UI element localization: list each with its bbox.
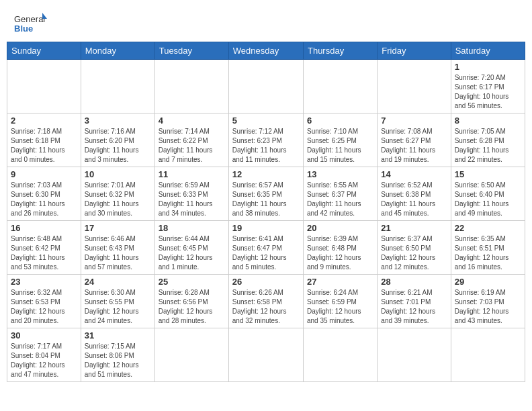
day-info: Sunrise: 6:32 AM Sunset: 6:53 PM Dayligh… [11,288,77,326]
weekday-header-sunday: Sunday [7,42,81,60]
day-cell: 31Sunrise: 7:15 AM Sunset: 8:06 PM Dayli… [81,328,154,382]
day-cell: 12Sunrise: 6:57 AM Sunset: 6:35 PM Dayli… [228,167,303,221]
weekday-header-tuesday: Tuesday [154,42,228,60]
day-info: Sunrise: 7:05 AM Sunset: 6:28 PM Dayligh… [455,127,521,165]
day-cell [228,60,303,113]
day-number: 20 [307,223,373,233]
day-cell: 23Sunrise: 6:32 AM Sunset: 6:53 PM Dayli… [7,275,81,328]
day-cell: 16Sunrise: 6:48 AM Sunset: 6:42 PM Dayli… [7,221,81,275]
day-number: 21 [381,223,447,233]
day-number: 9 [11,169,77,179]
day-cell: 8Sunrise: 7:05 AM Sunset: 6:28 PM Daylig… [451,113,525,167]
day-cell: 1Sunrise: 7:20 AM Sunset: 6:17 PM Daylig… [451,60,525,113]
day-number: 17 [85,223,151,233]
day-number: 11 [159,169,225,179]
weekday-header-wednesday: Wednesday [228,42,303,60]
generalblue-logo-icon: General Blue [13,12,47,38]
day-cell: 22Sunrise: 6:35 AM Sunset: 6:51 PM Dayli… [451,221,525,275]
day-info: Sunrise: 6:52 AM Sunset: 6:38 PM Dayligh… [381,181,447,218]
day-info: Sunrise: 7:01 AM Sunset: 6:32 PM Dayligh… [85,181,151,218]
day-cell [451,328,525,382]
day-info: Sunrise: 7:15 AM Sunset: 8:06 PM Dayligh… [85,342,151,379]
header: General Blue [7,7,525,42]
day-cell: 25Sunrise: 6:28 AM Sunset: 6:56 PM Dayli… [154,275,228,328]
week-row-0: 1Sunrise: 7:20 AM Sunset: 6:17 PM Daylig… [7,60,525,113]
day-number: 29 [455,277,521,287]
day-info: Sunrise: 6:28 AM Sunset: 6:56 PM Dayligh… [159,288,225,326]
day-number: 31 [85,330,151,340]
day-info: Sunrise: 7:10 AM Sunset: 6:25 PM Dayligh… [307,127,373,165]
week-row-3: 16Sunrise: 6:48 AM Sunset: 6:42 PM Dayli… [7,221,525,275]
day-info: Sunrise: 7:16 AM Sunset: 6:20 PM Dayligh… [85,127,151,165]
day-info: Sunrise: 6:59 AM Sunset: 6:33 PM Dayligh… [159,181,225,218]
day-cell: 14Sunrise: 6:52 AM Sunset: 6:38 PM Dayli… [378,167,451,221]
day-cell: 7Sunrise: 7:08 AM Sunset: 6:27 PM Daylig… [378,113,451,167]
day-info: Sunrise: 6:24 AM Sunset: 6:59 PM Dayligh… [307,288,373,326]
day-number: 2 [11,116,77,126]
day-cell [228,328,303,382]
day-info: Sunrise: 6:41 AM Sunset: 6:47 PM Dayligh… [232,234,300,272]
day-number: 16 [11,223,77,233]
day-cell: 9Sunrise: 7:03 AM Sunset: 6:30 PM Daylig… [7,167,81,221]
day-info: Sunrise: 6:37 AM Sunset: 6:50 PM Dayligh… [381,234,447,272]
week-row-1: 2Sunrise: 7:18 AM Sunset: 6:18 PM Daylig… [7,113,525,167]
day-cell: 29Sunrise: 6:19 AM Sunset: 7:03 PM Dayli… [451,275,525,328]
day-info: Sunrise: 7:18 AM Sunset: 6:18 PM Dayligh… [11,127,77,165]
svg-text:Blue: Blue [14,24,33,34]
day-number: 18 [159,223,225,233]
day-cell: 13Sunrise: 6:55 AM Sunset: 6:37 PM Dayli… [303,167,377,221]
day-cell: 15Sunrise: 6:50 AM Sunset: 6:40 PM Dayli… [451,167,525,221]
day-cell: 30Sunrise: 7:17 AM Sunset: 8:04 PM Dayli… [7,328,81,382]
day-number: 13 [307,169,373,179]
day-number: 22 [455,223,521,233]
day-number: 24 [85,277,151,287]
day-info: Sunrise: 7:14 AM Sunset: 6:22 PM Dayligh… [159,127,225,165]
weekday-header-row: SundayMondayTuesdayWednesdayThursdayFrid… [7,42,525,60]
day-info: Sunrise: 6:19 AM Sunset: 7:03 PM Dayligh… [455,288,521,326]
logo: General Blue [13,12,47,38]
day-cell: 6Sunrise: 7:10 AM Sunset: 6:25 PM Daylig… [303,113,377,167]
day-info: Sunrise: 7:12 AM Sunset: 6:23 PM Dayligh… [232,127,300,165]
day-info: Sunrise: 6:21 AM Sunset: 7:01 PM Dayligh… [381,288,447,326]
day-cell: 4Sunrise: 7:14 AM Sunset: 6:22 PM Daylig… [154,113,228,167]
day-info: Sunrise: 7:08 AM Sunset: 6:27 PM Dayligh… [381,127,447,165]
weekday-header-monday: Monday [81,42,154,60]
day-info: Sunrise: 7:03 AM Sunset: 6:30 PM Dayligh… [11,181,77,218]
day-cell [378,328,451,382]
day-cell: 24Sunrise: 6:30 AM Sunset: 6:55 PM Dayli… [81,275,154,328]
day-info: Sunrise: 6:26 AM Sunset: 6:58 PM Dayligh… [232,288,300,326]
day-number: 5 [232,116,300,126]
day-cell [378,60,451,113]
calendar-page: General Blue SundayMondayTuesdayWednesda… [0,0,532,389]
day-number: 15 [455,169,521,179]
day-cell: 2Sunrise: 7:18 AM Sunset: 6:18 PM Daylig… [7,113,81,167]
day-info: Sunrise: 6:46 AM Sunset: 6:43 PM Dayligh… [85,234,151,272]
day-number: 27 [307,277,373,287]
day-cell [154,60,228,113]
day-info: Sunrise: 6:55 AM Sunset: 6:37 PM Dayligh… [307,181,373,218]
day-number: 10 [85,169,151,179]
day-number: 28 [381,277,447,287]
day-info: Sunrise: 6:57 AM Sunset: 6:35 PM Dayligh… [232,181,300,218]
weekday-header-saturday: Saturday [451,42,525,60]
day-cell: 21Sunrise: 6:37 AM Sunset: 6:50 PM Dayli… [378,221,451,275]
day-info: Sunrise: 7:17 AM Sunset: 8:04 PM Dayligh… [11,342,77,379]
day-number: 6 [307,116,373,126]
day-info: Sunrise: 6:44 AM Sunset: 6:45 PM Dayligh… [159,234,225,272]
day-number: 3 [85,116,151,126]
day-number: 14 [381,169,447,179]
svg-text:General: General [14,14,45,24]
day-cell: 26Sunrise: 6:26 AM Sunset: 6:58 PM Dayli… [228,275,303,328]
day-info: Sunrise: 6:50 AM Sunset: 6:40 PM Dayligh… [455,181,521,218]
day-cell: 19Sunrise: 6:41 AM Sunset: 6:47 PM Dayli… [228,221,303,275]
day-cell: 28Sunrise: 6:21 AM Sunset: 7:01 PM Dayli… [378,275,451,328]
day-cell [7,60,81,113]
day-cell [154,328,228,382]
calendar-table: SundayMondayTuesdayWednesdayThursdayFrid… [7,42,525,382]
day-cell: 20Sunrise: 6:39 AM Sunset: 6:48 PM Dayli… [303,221,377,275]
day-cell: 17Sunrise: 6:46 AM Sunset: 6:43 PM Dayli… [81,221,154,275]
weekday-header-thursday: Thursday [303,42,377,60]
day-info: Sunrise: 7:20 AM Sunset: 6:17 PM Dayligh… [455,73,521,111]
weekday-header-friday: Friday [378,42,451,60]
day-info: Sunrise: 6:48 AM Sunset: 6:42 PM Dayligh… [11,234,77,272]
